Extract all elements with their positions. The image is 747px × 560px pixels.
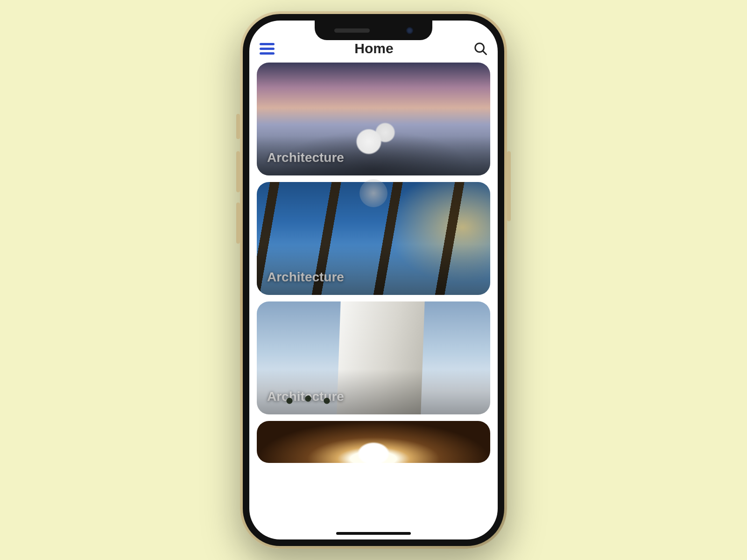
- volume-down-button: [236, 203, 240, 244]
- search-icon[interactable]: [473, 42, 487, 56]
- category-card[interactable]: [257, 421, 490, 463]
- page-title: Home: [354, 41, 393, 56]
- touch-indicator: [359, 179, 388, 207]
- power-button: [507, 151, 511, 221]
- category-list[interactable]: Architecture Architecture Architecture: [249, 63, 498, 539]
- front-camera: [406, 27, 413, 34]
- phone-frame: Home Architecture Architecture: [240, 11, 507, 549]
- home-indicator[interactable]: [336, 532, 411, 535]
- hamburger-icon[interactable]: [260, 43, 275, 55]
- speaker-grille: [334, 28, 370, 33]
- category-card[interactable]: Architecture: [257, 301, 490, 414]
- screen: Home Architecture Architecture: [249, 21, 498, 539]
- phone-bezel: Home Architecture Architecture: [243, 14, 504, 546]
- volume-mute-switch: [236, 114, 240, 139]
- category-card[interactable]: Architecture: [257, 63, 490, 175]
- volume-up-button: [236, 151, 240, 192]
- app-root: Home Architecture Architecture: [249, 21, 498, 539]
- notch: [315, 21, 432, 40]
- svg-line-1: [483, 51, 486, 55]
- category-label: Architecture: [267, 270, 344, 285]
- category-label: Architecture: [267, 150, 344, 165]
- category-label: Architecture: [267, 389, 344, 404]
